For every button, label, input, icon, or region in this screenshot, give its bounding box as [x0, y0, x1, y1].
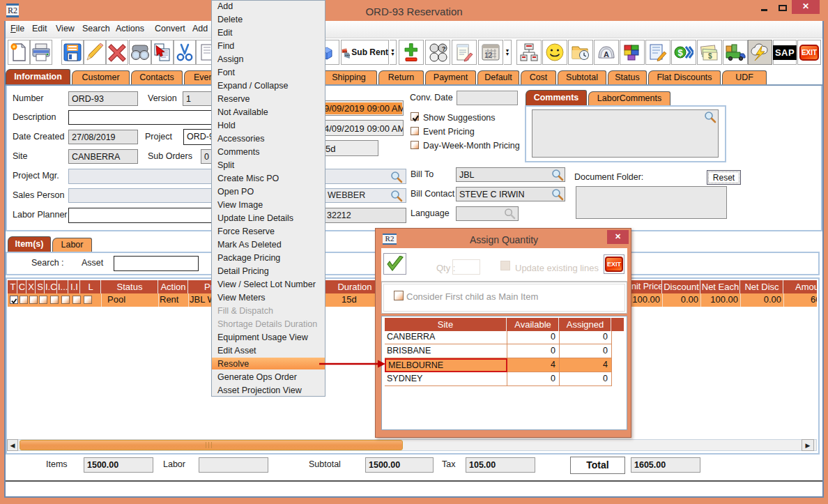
svg-text:$: $	[678, 47, 684, 58]
svg-text:12: 12	[484, 52, 493, 59]
svg-text:$: $	[708, 52, 712, 60]
svg-text:A: A	[604, 50, 609, 59]
svg-text:?: ?	[442, 45, 446, 52]
